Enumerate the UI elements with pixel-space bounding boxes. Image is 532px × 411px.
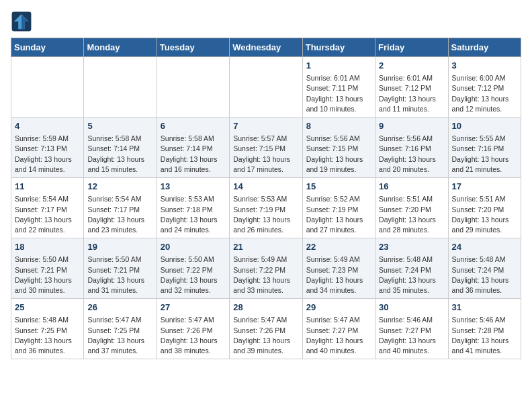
calendar-cell: 10Sunrise: 5:55 AM Sunset: 7:16 PM Dayli… bbox=[448, 118, 521, 178]
day-info: Sunrise: 5:48 AM Sunset: 7:24 PM Dayligh… bbox=[379, 255, 444, 295]
day-info: Sunrise: 5:47 AM Sunset: 7:25 PM Dayligh… bbox=[87, 315, 152, 356]
calendar-cell: 5Sunrise: 5:58 AM Sunset: 7:14 PM Daylig… bbox=[84, 118, 157, 178]
day-info: Sunrise: 5:53 AM Sunset: 7:18 PM Dayligh… bbox=[161, 194, 226, 235]
day-number: 22 bbox=[306, 241, 371, 253]
day-info: Sunrise: 5:52 AM Sunset: 7:19 PM Dayligh… bbox=[306, 194, 371, 235]
day-number: 24 bbox=[452, 241, 517, 253]
weekday-header-sunday: Sunday bbox=[11, 38, 84, 57]
day-number: 23 bbox=[379, 241, 444, 253]
calendar-cell: 12Sunrise: 5:54 AM Sunset: 7:17 PM Dayli… bbox=[84, 178, 157, 238]
calendar-cell: 17Sunrise: 5:51 AM Sunset: 7:20 PM Dayli… bbox=[448, 178, 521, 238]
calendar-cell: 3Sunrise: 6:00 AM Sunset: 7:12 PM Daylig… bbox=[448, 57, 521, 118]
calendar-cell bbox=[230, 57, 302, 118]
calendar-cell: 16Sunrise: 5:51 AM Sunset: 7:20 PM Dayli… bbox=[375, 178, 448, 238]
day-info: Sunrise: 6:01 AM Sunset: 7:12 PM Dayligh… bbox=[379, 73, 444, 114]
day-number: 28 bbox=[233, 302, 298, 314]
day-info: Sunrise: 5:56 AM Sunset: 7:16 PM Dayligh… bbox=[379, 134, 444, 175]
calendar-cell: 27Sunrise: 5:47 AM Sunset: 7:26 PM Dayli… bbox=[157, 299, 229, 359]
day-number: 20 bbox=[161, 241, 226, 253]
day-info: Sunrise: 5:58 AM Sunset: 7:14 PM Dayligh… bbox=[87, 134, 152, 175]
logo bbox=[11, 11, 35, 32]
calendar-cell: 1Sunrise: 6:01 AM Sunset: 7:11 PM Daylig… bbox=[302, 57, 375, 118]
calendar-cell: 23Sunrise: 5:48 AM Sunset: 7:24 PM Dayli… bbox=[375, 238, 448, 299]
day-info: Sunrise: 5:50 AM Sunset: 7:21 PM Dayligh… bbox=[87, 255, 152, 295]
calendar-week-row: 18Sunrise: 5:50 AM Sunset: 7:21 PM Dayli… bbox=[11, 238, 521, 299]
day-number: 25 bbox=[15, 302, 80, 314]
day-info: Sunrise: 5:48 AM Sunset: 7:24 PM Dayligh… bbox=[452, 255, 517, 295]
calendar-week-row: 11Sunrise: 5:54 AM Sunset: 7:17 PM Dayli… bbox=[11, 178, 521, 238]
calendar-cell bbox=[157, 57, 229, 118]
day-number: 14 bbox=[233, 181, 298, 193]
calendar-cell: 24Sunrise: 5:48 AM Sunset: 7:24 PM Dayli… bbox=[448, 238, 521, 299]
calendar-cell: 14Sunrise: 5:53 AM Sunset: 7:19 PM Dayli… bbox=[230, 178, 302, 238]
weekday-header-friday: Friday bbox=[375, 38, 448, 57]
day-number: 27 bbox=[161, 302, 226, 314]
calendar-cell: 2Sunrise: 6:01 AM Sunset: 7:12 PM Daylig… bbox=[375, 57, 448, 118]
weekday-header-row: SundayMondayTuesdayWednesdayThursdayFrid… bbox=[11, 38, 521, 57]
day-number: 5 bbox=[87, 120, 152, 132]
calendar-cell bbox=[11, 57, 84, 118]
weekday-header-saturday: Saturday bbox=[448, 38, 521, 57]
day-number: 8 bbox=[306, 120, 371, 132]
day-number: 3 bbox=[452, 60, 517, 72]
day-number: 30 bbox=[379, 302, 444, 314]
calendar-cell: 20Sunrise: 5:50 AM Sunset: 7:22 PM Dayli… bbox=[157, 238, 229, 299]
day-info: Sunrise: 5:47 AM Sunset: 7:27 PM Dayligh… bbox=[306, 315, 371, 356]
calendar-cell: 13Sunrise: 5:53 AM Sunset: 7:18 PM Dayli… bbox=[157, 178, 229, 238]
day-number: 1 bbox=[306, 60, 371, 72]
calendar-cell: 18Sunrise: 5:50 AM Sunset: 7:21 PM Dayli… bbox=[11, 238, 84, 299]
day-info: Sunrise: 5:51 AM Sunset: 7:20 PM Dayligh… bbox=[379, 194, 444, 235]
day-info: Sunrise: 5:59 AM Sunset: 7:13 PM Dayligh… bbox=[15, 134, 80, 175]
day-info: Sunrise: 5:57 AM Sunset: 7:15 PM Dayligh… bbox=[233, 134, 298, 175]
day-info: Sunrise: 5:53 AM Sunset: 7:19 PM Dayligh… bbox=[233, 194, 298, 235]
calendar-cell: 6Sunrise: 5:58 AM Sunset: 7:14 PM Daylig… bbox=[157, 118, 229, 178]
day-number: 10 bbox=[452, 120, 517, 132]
calendar-cell: 8Sunrise: 5:56 AM Sunset: 7:15 PM Daylig… bbox=[302, 118, 375, 178]
day-info: Sunrise: 6:01 AM Sunset: 7:11 PM Dayligh… bbox=[306, 73, 371, 114]
weekday-header-wednesday: Wednesday bbox=[230, 38, 302, 57]
day-number: 9 bbox=[379, 120, 444, 132]
calendar-cell bbox=[84, 57, 157, 118]
day-info: Sunrise: 6:00 AM Sunset: 7:12 PM Dayligh… bbox=[452, 73, 517, 114]
day-number: 13 bbox=[161, 181, 226, 193]
day-number: 29 bbox=[306, 302, 371, 314]
day-info: Sunrise: 5:49 AM Sunset: 7:22 PM Dayligh… bbox=[233, 255, 298, 295]
day-number: 15 bbox=[306, 181, 371, 193]
calendar-cell: 9Sunrise: 5:56 AM Sunset: 7:16 PM Daylig… bbox=[375, 118, 448, 178]
calendar-cell: 11Sunrise: 5:54 AM Sunset: 7:17 PM Dayli… bbox=[11, 178, 84, 238]
day-number: 21 bbox=[233, 241, 298, 253]
day-number: 19 bbox=[87, 241, 152, 253]
day-info: Sunrise: 5:48 AM Sunset: 7:25 PM Dayligh… bbox=[15, 315, 80, 356]
day-info: Sunrise: 5:50 AM Sunset: 7:21 PM Dayligh… bbox=[15, 255, 80, 295]
calendar-week-row: 4Sunrise: 5:59 AM Sunset: 7:13 PM Daylig… bbox=[11, 118, 521, 178]
day-info: Sunrise: 5:55 AM Sunset: 7:16 PM Dayligh… bbox=[452, 134, 517, 175]
calendar-week-row: 25Sunrise: 5:48 AM Sunset: 7:25 PM Dayli… bbox=[11, 299, 521, 359]
calendar-cell: 7Sunrise: 5:57 AM Sunset: 7:15 PM Daylig… bbox=[230, 118, 302, 178]
day-number: 17 bbox=[452, 181, 517, 193]
day-info: Sunrise: 5:54 AM Sunset: 7:17 PM Dayligh… bbox=[87, 194, 152, 235]
calendar-cell: 28Sunrise: 5:47 AM Sunset: 7:26 PM Dayli… bbox=[230, 299, 302, 359]
logo-icon bbox=[11, 11, 32, 32]
page-header bbox=[11, 11, 521, 32]
day-info: Sunrise: 5:51 AM Sunset: 7:20 PM Dayligh… bbox=[452, 194, 517, 235]
calendar-cell: 30Sunrise: 5:46 AM Sunset: 7:27 PM Dayli… bbox=[375, 299, 448, 359]
weekday-header-monday: Monday bbox=[84, 38, 157, 57]
weekday-header-tuesday: Tuesday bbox=[157, 38, 229, 57]
day-number: 31 bbox=[452, 302, 517, 314]
day-info: Sunrise: 5:54 AM Sunset: 7:17 PM Dayligh… bbox=[15, 194, 80, 235]
day-number: 16 bbox=[379, 181, 444, 193]
weekday-header-thursday: Thursday bbox=[302, 38, 375, 57]
day-info: Sunrise: 5:46 AM Sunset: 7:28 PM Dayligh… bbox=[452, 315, 517, 356]
day-number: 6 bbox=[161, 120, 226, 132]
day-number: 2 bbox=[379, 60, 444, 72]
day-info: Sunrise: 5:46 AM Sunset: 7:27 PM Dayligh… bbox=[379, 315, 444, 356]
day-info: Sunrise: 5:50 AM Sunset: 7:22 PM Dayligh… bbox=[161, 255, 226, 295]
day-number: 12 bbox=[87, 181, 152, 193]
calendar-cell: 22Sunrise: 5:49 AM Sunset: 7:23 PM Dayli… bbox=[302, 238, 375, 299]
day-number: 7 bbox=[233, 120, 298, 132]
calendar-cell: 29Sunrise: 5:47 AM Sunset: 7:27 PM Dayli… bbox=[302, 299, 375, 359]
day-number: 11 bbox=[15, 181, 80, 193]
calendar-table: SundayMondayTuesdayWednesdayThursdayFrid… bbox=[11, 38, 521, 359]
calendar-cell: 19Sunrise: 5:50 AM Sunset: 7:21 PM Dayli… bbox=[84, 238, 157, 299]
day-info: Sunrise: 5:47 AM Sunset: 7:26 PM Dayligh… bbox=[233, 315, 298, 356]
